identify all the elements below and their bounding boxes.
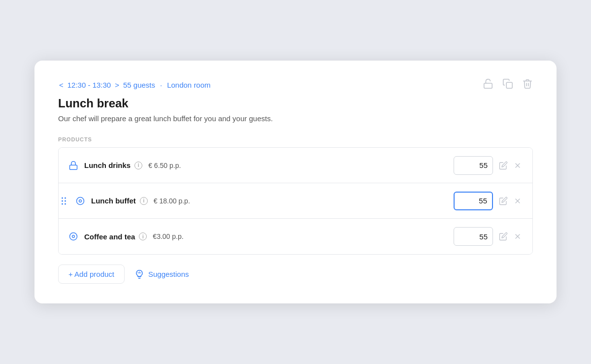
product-price-coffee-tea: €3.00 p.p. bbox=[153, 232, 454, 240]
svg-rect-2 bbox=[70, 165, 77, 169]
product-icon-circle-coffee bbox=[68, 232, 78, 241]
edit-button-lunch-drinks[interactable] bbox=[498, 160, 509, 171]
svg-point-10 bbox=[72, 235, 75, 238]
top-bar-actions bbox=[483, 78, 533, 92]
quantity-input-lunch-buffet[interactable] bbox=[454, 192, 493, 210]
event-title: Lunch break bbox=[58, 97, 533, 110]
edit-button-lunch-buffet[interactable] bbox=[498, 196, 509, 206]
product-icon-circle-buffet bbox=[75, 196, 85, 206]
edit-button-coffee-tea[interactable] bbox=[498, 231, 509, 242]
suggestions-label: Suggestions bbox=[148, 270, 189, 278]
top-bar-left: < 12:30 - 13:30 > 55 guests · London roo… bbox=[58, 81, 211, 89]
product-icon-lock bbox=[68, 161, 78, 170]
product-row-lunch-buffet: Lunch buffet i € 18.00 p.p. bbox=[59, 183, 532, 219]
product-name-lunch-buffet: Lunch buffet bbox=[91, 197, 136, 205]
svg-point-6 bbox=[79, 199, 82, 202]
svg-point-9 bbox=[70, 233, 77, 240]
drag-handle[interactable] bbox=[62, 197, 66, 204]
svg-rect-1 bbox=[506, 82, 512, 88]
lightbulb-icon bbox=[134, 269, 144, 279]
products-label: PRODUCTS bbox=[58, 136, 533, 142]
remove-button-lunch-buffet[interactable] bbox=[513, 196, 523, 206]
product-row-lunch-drinks: Lunch drinks i € 6.50 p.p. bbox=[59, 148, 532, 183]
row-actions-lunch-drinks bbox=[498, 160, 523, 171]
guests-link[interactable]: 55 guests bbox=[123, 81, 155, 89]
product-row-coffee-tea: Coffee and tea i €3.00 p.p. bbox=[59, 219, 532, 254]
info-icon-lunch-buffet[interactable]: i bbox=[140, 197, 148, 205]
row-actions-lunch-buffet bbox=[498, 196, 523, 206]
remove-button-coffee-tea[interactable] bbox=[513, 232, 523, 241]
unlock-icon[interactable] bbox=[483, 78, 493, 92]
time-range: 12:30 - 13:30 bbox=[67, 81, 111, 89]
remove-button-lunch-drinks[interactable] bbox=[513, 161, 523, 170]
copy-icon[interactable] bbox=[502, 78, 513, 92]
event-card: < 12:30 - 13:30 > 55 guests · London roo… bbox=[34, 61, 557, 303]
nav-prev[interactable]: < bbox=[58, 81, 65, 89]
svg-rect-0 bbox=[484, 83, 492, 88]
row-actions-coffee-tea bbox=[498, 231, 523, 242]
quantity-input-coffee-tea[interactable] bbox=[454, 227, 493, 246]
delete-icon[interactable] bbox=[522, 78, 533, 92]
event-description: Our chef will prepare a great lunch buff… bbox=[58, 114, 533, 123]
bottom-bar: + Add product Suggestions bbox=[58, 265, 533, 284]
quantity-input-lunch-drinks[interactable] bbox=[454, 156, 493, 175]
product-name-coffee-tea: Coffee and tea bbox=[84, 232, 135, 241]
dot-separator: · bbox=[160, 81, 162, 89]
products-table: Lunch drinks i € 6.50 p.p. bbox=[58, 147, 533, 255]
product-name-lunch-drinks: Lunch drinks bbox=[84, 161, 131, 169]
suggestions-button[interactable]: Suggestions bbox=[134, 269, 189, 279]
room-link[interactable]: London room bbox=[167, 81, 210, 89]
info-icon-lunch-drinks[interactable]: i bbox=[134, 162, 142, 169]
info-icon-coffee-tea[interactable]: i bbox=[139, 232, 147, 240]
product-price-lunch-drinks: € 6.50 p.p. bbox=[148, 162, 454, 169]
nav-next[interactable]: > bbox=[114, 81, 120, 89]
add-product-button[interactable]: + Add product bbox=[58, 265, 125, 284]
svg-point-5 bbox=[77, 197, 84, 204]
product-price-lunch-buffet: € 18.00 p.p. bbox=[154, 197, 454, 205]
top-bar: < 12:30 - 13:30 > 55 guests · London roo… bbox=[58, 78, 533, 92]
